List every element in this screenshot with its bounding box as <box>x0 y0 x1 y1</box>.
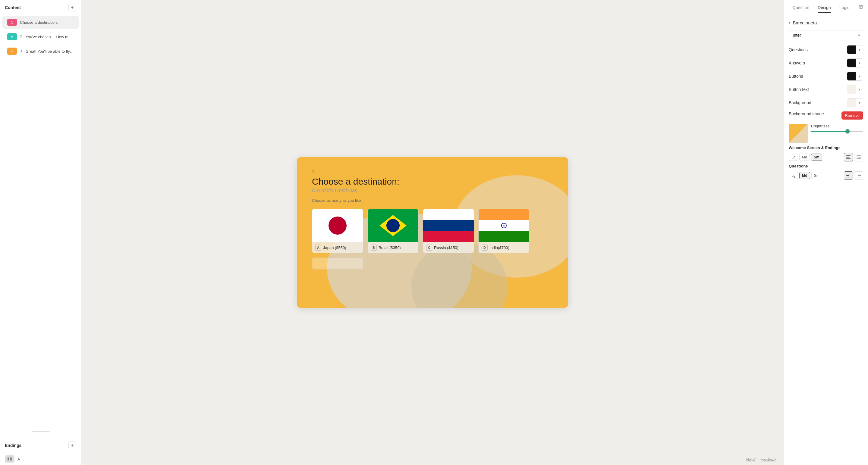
choice-brazil[interactable]: B Brazil ($350) <box>367 209 418 253</box>
sidebar-item-2[interactable]: # 2 You've chosen _. How many ticket...y… <box>2 30 79 43</box>
endings-item-label: A <box>18 457 20 461</box>
question-hint: Choose as many as you like <box>312 198 553 203</box>
choice-key-d: D <box>482 244 488 251</box>
tab-question[interactable]: Question <box>789 3 813 12</box>
choice-key-c: C <box>426 244 432 251</box>
brightness-slider[interactable] <box>811 131 863 132</box>
background-color-picker[interactable]: ▾ <box>847 98 863 107</box>
svg-rect-3 <box>846 157 849 158</box>
main-content: 1 → Choose a destination: Description (o… <box>82 0 784 465</box>
welcome-align-right[interactable] <box>854 153 863 161</box>
item-icon-2: # <box>7 33 17 40</box>
choice-text-japan: Japan ($550) <box>323 245 346 250</box>
choice-japan[interactable]: A Japan ($550) <box>312 209 363 253</box>
welcome-screen-section: Welcome Screen & Endings Lg Md Sm <box>789 145 863 161</box>
questions-size-buttons: Lg Md Sm <box>789 172 822 179</box>
survey-content: 1 → Choose a destination: Description (o… <box>297 157 568 281</box>
button-text-color-row: Button text ▾ <box>789 85 863 94</box>
add-endings-button[interactable]: + <box>68 441 76 449</box>
button-text-color-arrow: ▾ <box>856 85 863 94</box>
gear-button[interactable] <box>858 4 863 10</box>
tab-design[interactable]: Design <box>814 3 835 12</box>
questions-color-swatch <box>847 45 856 54</box>
japan-circle <box>329 217 347 235</box>
bg-image-section: Brightness <box>789 124 863 143</box>
flag-russia <box>423 209 474 242</box>
background-color-swatch <box>847 98 856 107</box>
endings-item[interactable]: A <box>0 453 81 465</box>
questions-label: Questions <box>789 47 808 52</box>
choice-russia[interactable]: C Russia ($150) <box>423 209 474 253</box>
button-text-label: Button text <box>789 87 809 92</box>
question-title: Choose a destination: <box>312 176 553 187</box>
panel-back-row[interactable]: ‹ Barceloneta <box>789 20 863 25</box>
add-content-button[interactable]: + <box>68 4 76 11</box>
choice-label-japan: A Japan ($550) <box>312 242 363 253</box>
svg-rect-7 <box>857 158 861 159</box>
svg-rect-8 <box>846 174 850 174</box>
font-select[interactable]: Inter Roboto Open Sans <box>789 30 863 40</box>
question-number: 1 → <box>312 169 553 174</box>
russia-white <box>423 209 474 220</box>
questions-align-buttons <box>844 171 863 180</box>
choice-india[interactable]: ⊙ D India($700) <box>478 209 530 253</box>
questions-controls: Lg Md Sm <box>789 171 863 180</box>
canvas-footer: Help? Feedback <box>82 454 784 465</box>
background-image-row: Background image Remove <box>789 111 863 120</box>
answers-color-picker[interactable]: ▾ <box>847 59 863 67</box>
bg-image-preview <box>789 124 808 143</box>
questions-color-arrow: ▾ <box>856 45 863 54</box>
welcome-size-md[interactable]: Md <box>799 154 810 161</box>
choice-label-brazil: B Brazil ($350) <box>368 242 418 253</box>
canvas-area: 1 → Choose a destination: Description (o… <box>82 0 784 465</box>
questions-bottom-section: Questions Lg Md Sm <box>789 164 863 180</box>
questions-size-sm[interactable]: Sm <box>811 172 822 179</box>
india-white: ⊙ <box>478 220 529 231</box>
background-color-arrow: ▾ <box>856 98 863 107</box>
questions-size-md[interactable]: Md <box>799 172 810 179</box>
flag-brazil <box>368 209 418 242</box>
welcome-align-left[interactable] <box>844 153 853 161</box>
buttons-color-arrow: ▾ <box>856 72 863 80</box>
svg-rect-0 <box>7 458 9 461</box>
endings-header: Endings + <box>0 438 81 453</box>
choice-label-india: D India($700) <box>478 242 529 253</box>
questions-align-left[interactable] <box>844 171 853 180</box>
bg-image-details: Brightness <box>811 124 863 132</box>
buttons-color-picker[interactable]: ▾ <box>847 72 863 81</box>
choice-key-a: A <box>315 244 321 251</box>
survey-preview: 1 → Choose a destination: Description (o… <box>297 157 568 308</box>
answers-label: Answers <box>789 61 805 65</box>
sidebar-item-3[interactable]: ≡ 3 Great! You'll be able to fly for a t… <box>2 44 79 58</box>
choice-label-russia: C Russia ($150) <box>423 242 474 253</box>
answers-color-row: Answers ▾ <box>789 59 863 67</box>
india-orange <box>478 209 529 220</box>
feedback-link[interactable]: Feedback <box>761 458 776 462</box>
endings-label: Endings <box>5 443 22 448</box>
svg-rect-2 <box>846 156 850 156</box>
flag-japan <box>312 209 363 242</box>
choices-grid: A Japan ($550) B Brazil ( <box>312 209 553 253</box>
item-num-3: ≡ <box>11 50 13 53</box>
brightness-label: Brightness <box>811 124 863 128</box>
svg-rect-13 <box>857 177 861 177</box>
questions-align-right[interactable] <box>854 171 863 180</box>
item-icon-1: 1 <box>7 19 17 26</box>
choice-extra <box>312 258 363 270</box>
help-link[interactable]: Help? <box>746 458 755 462</box>
buttons-color-row: Buttons ▾ <box>789 72 863 81</box>
remove-button[interactable]: Remove <box>841 111 863 120</box>
choice-text-brazil: Brazil ($350) <box>378 245 401 250</box>
button-text-color-swatch <box>847 85 856 94</box>
svg-rect-10 <box>846 177 850 177</box>
buttons-label: Buttons <box>789 74 803 78</box>
questions-color-picker[interactable]: ▾ <box>847 45 863 54</box>
sidebar-item-1[interactable]: 1 Choose a destination: <box>2 16 79 29</box>
welcome-size-lg[interactable]: Lg <box>789 154 798 161</box>
questions-size-lg[interactable]: Lg <box>789 172 798 179</box>
panel-tabs: Question Design Logic <box>784 0 868 15</box>
tab-logic[interactable]: Logic <box>836 3 853 12</box>
welcome-size-sm[interactable]: Sm <box>811 154 822 161</box>
welcome-screen-controls: Lg Md Sm <box>789 153 863 161</box>
button-text-color-picker[interactable]: ▾ <box>847 85 863 94</box>
